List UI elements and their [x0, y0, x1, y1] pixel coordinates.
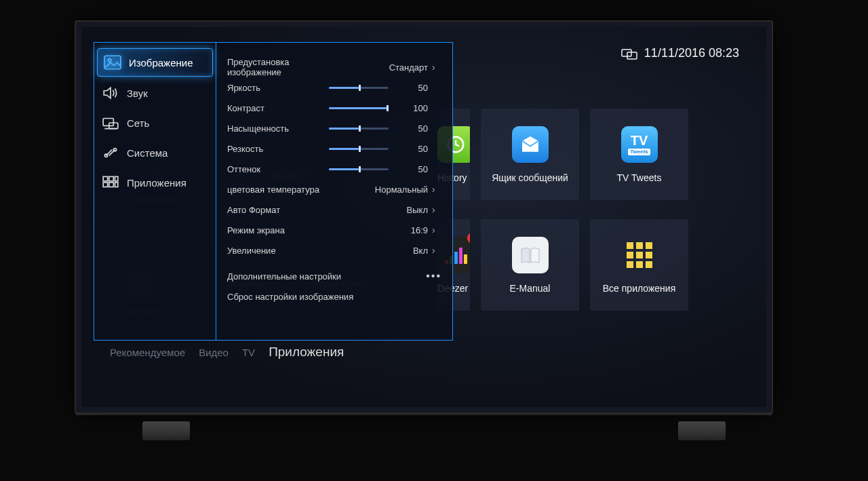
tv-stand-right — [678, 421, 726, 440]
setting-label: Предустановка изображение — [227, 57, 329, 77]
setting-label: цветовая температура — [227, 185, 329, 195]
category-tabs: Рекомендуемое Видео TV Приложения — [110, 345, 344, 360]
system-icon — [101, 145, 120, 161]
svg-point-25 — [113, 149, 116, 151]
setting-label: Сброс настройки изображения — [227, 292, 383, 302]
chevron-right-icon: › — [432, 62, 441, 73]
svg-point-24 — [104, 154, 107, 157]
setting-tint[interactable]: Оттенок 50 — [227, 159, 441, 178]
tvtweets-icon: TVTweets — [621, 126, 658, 163]
setting-sharpness[interactable]: Резкость 50 — [227, 139, 441, 158]
setting-brightness[interactable]: Яркость 50 — [227, 78, 441, 97]
setting-label: Авто Формат — [227, 205, 329, 215]
app-label: Все приложения — [603, 283, 675, 294]
svg-rect-19 — [646, 261, 652, 268]
sidebar-item-network[interactable]: Сеть — [94, 108, 216, 138]
settings-sidebar: Изображение Звук Сеть Система Приложения — [94, 43, 216, 340]
tv-stand-left — [142, 421, 190, 440]
setting-value: Стандарт — [389, 62, 432, 73]
tv-frame: 11/11/2016 08:23 YouTube Настройки Брауз… — [75, 20, 773, 414]
setting-colortemp[interactable]: цветовая температура Нормальный › — [227, 180, 441, 199]
app-tile-tvtweets[interactable]: TVTweets TV Tweets — [590, 109, 688, 200]
svg-point-21 — [108, 59, 111, 62]
svg-rect-27 — [109, 176, 114, 181]
sidebar-label: Система — [127, 147, 167, 159]
setting-value: Нормальный — [375, 185, 432, 195]
tv-screen: 11/11/2016 08:23 YouTube Настройки Брауз… — [81, 27, 766, 407]
sidebar-label: Изображение — [129, 57, 193, 69]
svg-rect-16 — [646, 252, 652, 258]
svg-rect-14 — [627, 252, 633, 258]
tab-apps[interactable]: Приложения — [269, 345, 344, 360]
setting-value: 50 — [389, 164, 432, 174]
setting-saturation[interactable]: Насыщенность 50 — [227, 119, 441, 138]
datetime-text: 11/11/2016 08:23 — [644, 46, 739, 60]
app-label: E-Manual — [510, 283, 551, 294]
app-tile-emanual[interactable]: E-Manual — [481, 219, 579, 311]
emanual-icon — [512, 237, 549, 273]
sound-icon — [101, 85, 120, 101]
settings-body: Предустановка изображение Стандарт › Ярк… — [216, 43, 452, 340]
setting-advanced[interactable]: Дополнительные настройки ••• — [227, 267, 441, 286]
sidebar-item-picture[interactable]: Изображение — [97, 48, 213, 77]
setting-label: Контраст — [227, 103, 329, 113]
svg-rect-10 — [464, 254, 467, 264]
apps-icon — [101, 174, 120, 191]
svg-rect-0 — [622, 50, 631, 56]
setting-value: 16:9 — [389, 225, 432, 235]
slider[interactable] — [329, 168, 389, 170]
app-label: Ящик сообщений — [492, 172, 568, 183]
svg-rect-17 — [627, 261, 633, 268]
datetime-display: 11/11/2016 08:23 — [621, 46, 739, 60]
tab-tv[interactable]: TV — [242, 347, 255, 358]
setting-value: 50 — [389, 123, 432, 134]
slider[interactable] — [329, 107, 389, 109]
chevron-right-icon: › — [432, 245, 441, 256]
app-label: TV Tweets — [617, 172, 662, 183]
tab-recommended[interactable]: Рекомендуемое — [110, 347, 185, 358]
svg-rect-12 — [636, 242, 643, 249]
sidebar-item-system[interactable]: Система — [94, 138, 216, 168]
svg-rect-9 — [459, 248, 462, 264]
tab-video[interactable]: Видео — [199, 347, 229, 358]
app-row-2: 1 Deezer E-Manual — [437, 219, 760, 311]
setting-value: 50 — [389, 83, 432, 93]
app-tile-allapps[interactable]: Все приложения — [590, 219, 688, 311]
slider[interactable] — [329, 87, 389, 89]
more-icon: ••• — [426, 270, 441, 282]
setting-label: Насыщенность — [227, 123, 329, 134]
setting-label: Дополнительные настройки — [227, 271, 383, 282]
svg-rect-22 — [103, 119, 113, 126]
setting-value: Выкл — [389, 205, 432, 215]
screens-icon — [621, 47, 637, 60]
svg-rect-26 — [103, 176, 108, 181]
picture-icon — [103, 54, 122, 71]
sidebar-label: Сеть — [127, 117, 149, 129]
slider[interactable] — [329, 128, 389, 130]
svg-rect-15 — [636, 252, 643, 258]
setting-value: Вкл — [389, 246, 432, 256]
setting-zoom[interactable]: Увеличение Вкл › — [227, 241, 441, 260]
app-tile-inbox[interactable]: Ящик сообщений — [481, 109, 579, 200]
network-icon — [101, 115, 120, 131]
chevron-right-icon: › — [432, 184, 441, 195]
inbox-icon — [512, 126, 549, 163]
setting-reset[interactable]: Сброс настройки изображения — [227, 287, 441, 306]
setting-autoformat[interactable]: Авто Формат Выкл › — [227, 200, 441, 219]
svg-rect-31 — [115, 182, 118, 187]
sidebar-item-sound[interactable]: Звук — [94, 78, 216, 108]
chevron-right-icon: › — [432, 204, 441, 215]
slider[interactable] — [329, 148, 389, 150]
setting-label: Яркость — [227, 83, 329, 93]
setting-label: Оттенок — [227, 164, 329, 174]
chevron-right-icon: › — [432, 225, 441, 235]
setting-contrast[interactable]: Контраст 100 — [227, 98, 441, 117]
setting-screenmode[interactable]: Режим экрана 16:9 › — [227, 220, 441, 239]
notification-badge: 1 — [467, 233, 470, 244]
setting-preset[interactable]: Предустановка изображение Стандарт › — [227, 58, 441, 77]
settings-panel: Изображение Звук Сеть Система Приложения — [94, 42, 453, 341]
sidebar-label: Приложения — [127, 177, 186, 189]
app-row-1: History Ящик сообщений TVTweets TV Tweet… — [437, 109, 760, 200]
sidebar-item-apps[interactable]: Приложения — [94, 168, 216, 197]
svg-rect-11 — [627, 242, 633, 249]
